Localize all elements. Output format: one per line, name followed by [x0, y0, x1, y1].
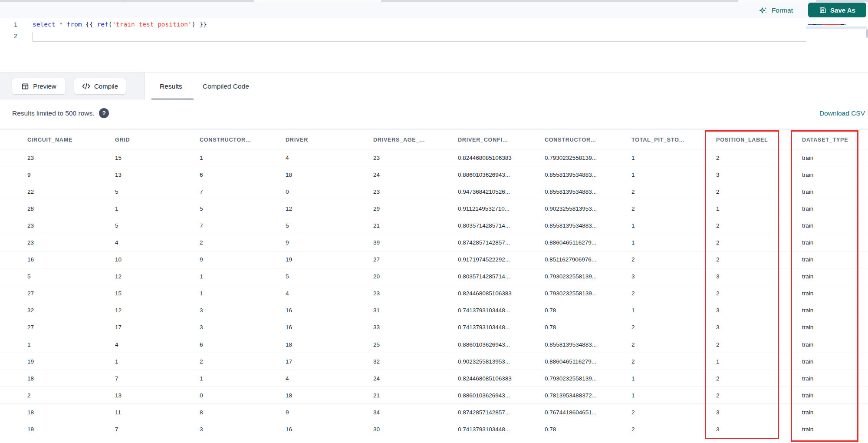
column-header: CIRCUIT_NAME [27, 137, 115, 143]
table-cell: 9 [200, 256, 286, 263]
table-cell: 20 [373, 273, 458, 280]
table-cell: 1 [631, 307, 716, 314]
table-cell: 0.9171974522292... [458, 256, 545, 263]
table-cell: 0.78 [545, 307, 631, 314]
code-token [55, 21, 59, 28]
table-cell: 0.8860465116279... [545, 358, 631, 365]
editor-scrollbar[interactable] [866, 29, 868, 38]
code-token: * [59, 21, 63, 28]
table-cell: 13 [115, 392, 200, 399]
table-cell: 0.9023255813953... [545, 205, 631, 212]
tab-results[interactable]: Results [160, 73, 182, 100]
minimap-code [808, 24, 859, 25]
table-cell: 1 [200, 155, 286, 161]
table-cell: 2 [200, 239, 286, 246]
table-cell: 0.8860465116279... [545, 239, 631, 246]
table-cell: 8 [200, 409, 286, 416]
row-limit-notice: Results limited to 500 rows. [12, 109, 95, 117]
table-cell: 5 [286, 222, 373, 229]
table-cell: 0.7930232558139... [545, 375, 631, 382]
editor-minimap[interactable] [806, 23, 867, 46]
table-cell: 30 [373, 426, 458, 433]
table-cell: 0.824468085106383 [458, 290, 545, 297]
table-cell: 1 [631, 239, 716, 246]
tab-compiled-code[interactable]: Compiled Code [203, 73, 249, 100]
table-cell: 1 [631, 392, 716, 399]
code-editor[interactable]: 1 2 select * from {{ ref('train_test_pos… [0, 18, 868, 72]
table-cell: 23 [27, 155, 115, 161]
highlight-box-dataset-type [791, 130, 858, 442]
table-cell: 15 [115, 155, 200, 161]
preview-button[interactable]: Preview [12, 78, 66, 95]
table-cell: 9 [286, 409, 373, 416]
format-button[interactable]: Format [759, 2, 793, 18]
code-icon [82, 83, 90, 90]
save-as-button[interactable]: Save As [808, 3, 866, 17]
table-cell: 27 [373, 256, 458, 263]
table-cell: 7 [115, 426, 200, 433]
table-cell: 1 [200, 290, 286, 297]
code-token: select [33, 21, 55, 28]
table-cell: 10 [115, 256, 200, 263]
table-cell: 12 [286, 205, 373, 212]
table-cell: 9 [27, 172, 115, 178]
table-cell: 2 [631, 205, 716, 212]
column-header: DRIVER [286, 137, 373, 143]
table-cell: 2 [631, 341, 716, 348]
table-cell: 5 [115, 188, 200, 195]
code-token: ref [97, 21, 108, 28]
table-cell: 18 [27, 375, 115, 382]
table-cell: 0.824468085106383 [458, 155, 545, 161]
table-cell: 13 [115, 172, 200, 178]
table-cell: 5 [27, 273, 115, 280]
table-cell: 0.7413793103448... [458, 307, 545, 314]
table-cell: 2 [631, 358, 716, 365]
minimap-highlight [806, 26, 867, 29]
code-token [63, 21, 67, 28]
column-header: DRIVERS_AGE_... [373, 137, 458, 143]
table-cell: 28 [27, 205, 115, 212]
table-cell: 2 [631, 409, 716, 416]
column-header: GRID [115, 137, 200, 143]
table-cell: 0.8860103626943... [458, 341, 545, 348]
table-cell: 0.8511627906976... [545, 256, 631, 263]
table-cell: 1 [631, 172, 716, 178]
table-cell: 9 [286, 239, 373, 246]
table-cell: 4 [115, 239, 200, 246]
table-cell: 5 [115, 222, 200, 229]
table-cell: 0 [286, 188, 373, 195]
format-button-label: Format [772, 7, 793, 14]
table-icon [21, 83, 29, 90]
table-cell: 29 [373, 205, 458, 212]
table-cell: 21 [373, 392, 458, 399]
preview-button-label: Preview [33, 83, 56, 90]
table-cell: 17 [115, 324, 200, 331]
table-cell: 23 [27, 239, 115, 246]
table-cell: 1 [631, 155, 716, 161]
table-cell: 31 [373, 307, 458, 314]
table-cell: 0.7930232558139... [545, 273, 631, 280]
compile-button[interactable]: Compile [74, 78, 126, 95]
save-as-button-label: Save As [830, 7, 855, 14]
table-cell: 16 [286, 324, 373, 331]
tab-results-label: Results [160, 83, 182, 90]
table-cell: 18 [286, 172, 373, 178]
table-cell: 3 [200, 307, 286, 314]
download-csv-link[interactable]: Download CSV [819, 109, 865, 117]
table-cell: 19 [286, 256, 373, 263]
code-token: ) }} [192, 21, 207, 28]
table-cell: 0.7930232558139... [545, 290, 631, 297]
table-cell: 39 [373, 239, 458, 246]
table-cell: 12 [115, 273, 200, 280]
table-cell: 0.8558139534883... [545, 188, 631, 195]
table-cell: 17 [286, 358, 373, 365]
table-cell: 0.7930232558139... [545, 155, 631, 161]
table-cell: 0.9023255813953... [458, 358, 545, 365]
table-cell: 0.7674418604651... [545, 409, 631, 416]
table-cell: 3 [200, 324, 286, 331]
help-icon[interactable]: ? [99, 108, 109, 118]
table-cell: 0.824468085106383 [458, 375, 545, 382]
code-token: 'train_test_position' [112, 21, 191, 28]
table-cell: 18 [286, 392, 373, 399]
code-line-1: select * from {{ ref('train_test_positio… [33, 21, 207, 28]
